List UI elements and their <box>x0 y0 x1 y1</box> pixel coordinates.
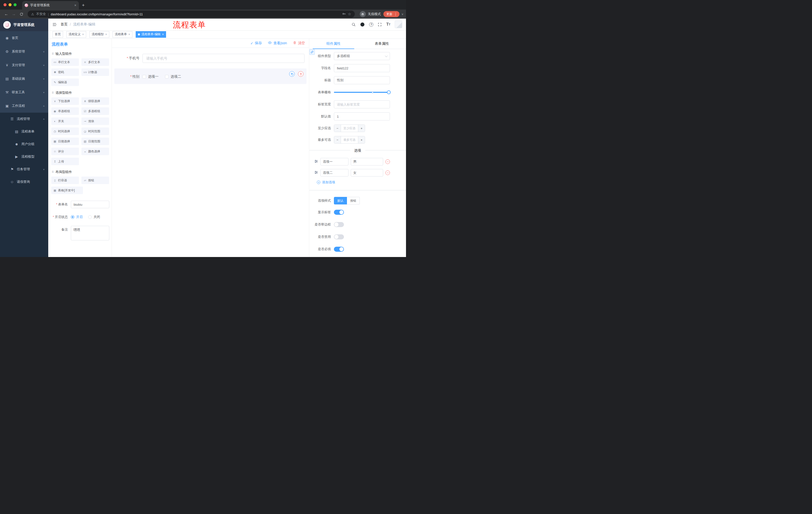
palette-item-color-picker[interactable]: ◒颜色选择 <box>81 147 109 155</box>
sidebar-item-task-management[interactable]: ⚑ 任务管理 ∨ <box>0 163 48 175</box>
browser-menu-icon[interactable]: ⋮ <box>394 12 398 16</box>
tag-close-icon[interactable]: × <box>82 33 84 36</box>
gender-option-1-checkbox[interactable]: 选项一 <box>142 75 158 79</box>
sidebar-item-process-model[interactable]: ▶ 流程模型 <box>0 151 48 163</box>
palette-item-date-picker[interactable]: ▦日期选择 <box>51 138 79 145</box>
update-button[interactable]: 更新 ⋮ <box>383 11 400 17</box>
sidebar-item-payment[interactable]: ¥ 支付管理 ∨ <box>0 58 48 72</box>
help-icon[interactable]: ? <box>369 22 373 27</box>
decrease-button[interactable]: − <box>334 125 341 132</box>
zoom-window-button[interactable] <box>13 3 17 6</box>
sidebar-item-workflow[interactable]: ▣ 工作流程 ∧ <box>0 99 48 113</box>
style-button-button[interactable]: 按钮 <box>347 197 360 205</box>
required-toggle[interactable] <box>334 247 344 252</box>
link-icon[interactable] <box>309 49 315 55</box>
tag-close-icon[interactable]: × <box>128 33 130 36</box>
palette-item-switch[interactable]: ◐开关 <box>51 117 79 125</box>
save-button[interactable]: ✓ 保存 <box>251 41 262 46</box>
sidebar-item-leave-query[interactable]: ☺ 请假查询 <box>0 175 48 188</box>
palette-item-editor[interactable]: ✎编辑器 <box>51 78 79 86</box>
field-name-input[interactable] <box>334 64 390 72</box>
palette-item-counter[interactable]: 123计数器 <box>81 69 109 76</box>
clear-button[interactable]: 清空 <box>293 41 305 46</box>
new-tab-button[interactable]: + <box>82 2 85 8</box>
option-2-value-input[interactable] <box>351 169 383 177</box>
palette-item-dropdown[interactable]: ∨下拉选择 <box>51 97 79 105</box>
tab-close-icon[interactable]: × <box>75 3 76 7</box>
add-option-button[interactable]: + 添加选项 <box>317 180 406 185</box>
drag-handle-icon[interactable] <box>314 170 318 175</box>
palette-item-time-picker[interactable]: ◷时间选择 <box>51 128 79 135</box>
option-1-value-input[interactable] <box>351 158 383 165</box>
palette-item-button[interactable]: ▱按钮 <box>81 177 109 184</box>
search-icon[interactable] <box>351 22 356 27</box>
disabled-toggle[interactable] <box>334 234 344 239</box>
form-name-input[interactable] <box>71 201 109 208</box>
minimize-window-button[interactable] <box>8 3 11 6</box>
component-type-select[interactable]: 多选框组 <box>334 52 390 60</box>
canvas-widget-phone[interactable]: *手机号 <box>114 51 307 66</box>
title-input[interactable] <box>334 76 390 84</box>
delete-widget-icon[interactable] <box>298 71 303 77</box>
status-on-radio[interactable]: 开启 <box>71 215 83 219</box>
show-label-toggle[interactable] <box>334 210 344 215</box>
canvas-widget-gender[interactable]: *性别 选项一 选项二 <box>114 69 307 84</box>
sidebar-item-user-group[interactable]: ☻ 用户分组 <box>0 138 48 151</box>
github-icon[interactable] <box>360 22 365 27</box>
increase-button[interactable]: + <box>358 136 365 143</box>
palette-item-multi-text[interactable]: ≡多行文本 <box>81 58 109 66</box>
decrease-button[interactable]: − <box>334 136 341 143</box>
drag-handle-icon[interactable] <box>314 159 318 164</box>
palette-item-checkbox-group[interactable]: ☑多选框组 <box>81 107 109 115</box>
palette-item-row-container[interactable]: ▯行容器 <box>51 177 79 184</box>
palette-item-password[interactable]: ✱密码 <box>51 69 79 76</box>
style-default-button[interactable]: 默认 <box>334 197 347 205</box>
option-2-label-input[interactable] <box>320 169 348 177</box>
palette-item-date-range[interactable]: ▧日期范围 <box>81 138 109 145</box>
palette-item-slider[interactable]: ⊸滑块 <box>81 117 109 125</box>
palette-item-rate[interactable]: ☆评分 <box>51 147 79 155</box>
tag-close-icon[interactable]: × <box>162 33 164 36</box>
tab-form-props[interactable]: 表单属性 <box>358 39 406 49</box>
browser-tab[interactable]: 芋道管理系统 × <box>22 1 79 9</box>
option-1-label-input[interactable] <box>320 158 348 165</box>
remove-option-icon[interactable]: − <box>385 159 390 164</box>
font-size-icon[interactable]: TT <box>386 22 390 27</box>
tab-component-props[interactable]: 组件属性 <box>309 39 358 49</box>
forward-icon[interactable]: → <box>10 12 18 16</box>
user-avatar[interactable] <box>395 21 402 28</box>
copy-widget-icon[interactable] <box>289 71 295 77</box>
tag-process-form[interactable]: 流程表单 × <box>113 31 133 38</box>
palette-item-single-text[interactable]: ▭单行文本 <box>51 58 79 66</box>
address-bar[interactable]: ⚠ 不安全 | dashboard.yudao.iocoder.cn/bpm/m… <box>28 10 355 18</box>
status-off-radio[interactable]: 关闭 <box>88 215 100 219</box>
palette-item-table[interactable]: ▦表格[开发中] <box>51 187 83 194</box>
increase-button[interactable]: + <box>358 125 365 132</box>
breadcrumb-home[interactable]: 首页 <box>61 22 67 27</box>
min-select-placeholder[interactable]: 至少应选 <box>341 125 358 132</box>
phone-input[interactable] <box>142 54 304 63</box>
sidebar-item-devtools[interactable]: ⚒ 研发工具 ∨ <box>0 85 48 99</box>
fullscreen-icon[interactable] <box>378 22 382 27</box>
tag-process-form-edit[interactable]: 流程表单-编辑 × <box>136 31 166 38</box>
sidebar-item-process-form[interactable]: ▤ 流程表单 <box>0 125 48 138</box>
remove-option-icon[interactable]: − <box>385 170 390 175</box>
close-window-button[interactable] <box>3 3 6 6</box>
view-json-button[interactable]: 查看json <box>268 41 287 46</box>
bookmark-star-icon[interactable]: ☆ <box>348 12 351 16</box>
reload-icon[interactable] <box>18 12 25 16</box>
palette-item-radio-group[interactable]: ◉单选框组 <box>51 107 79 115</box>
remark-textarea[interactable]: 嘿嘿 <box>71 226 109 240</box>
back-icon[interactable]: ← <box>2 12 10 16</box>
palette-item-time-range[interactable]: ◶时间范围 <box>81 128 109 135</box>
label-width-input[interactable] <box>334 100 390 108</box>
sidebar-item-process-management[interactable]: ☰ 流程管理 ∧ <box>0 113 48 125</box>
sidebar-item-system[interactable]: ⚙ 系统管理 ∨ <box>0 45 48 58</box>
key-icon[interactable] <box>342 12 346 16</box>
slider-handle[interactable] <box>387 90 391 94</box>
tag-home[interactable]: 首页 <box>53 31 63 38</box>
palette-item-cascade[interactable]: ⋔级联选择 <box>81 97 109 105</box>
form-grid-slider[interactable] <box>334 88 390 96</box>
border-toggle[interactable] <box>334 222 344 227</box>
gender-option-2-checkbox[interactable]: 选项二 <box>165 75 181 79</box>
